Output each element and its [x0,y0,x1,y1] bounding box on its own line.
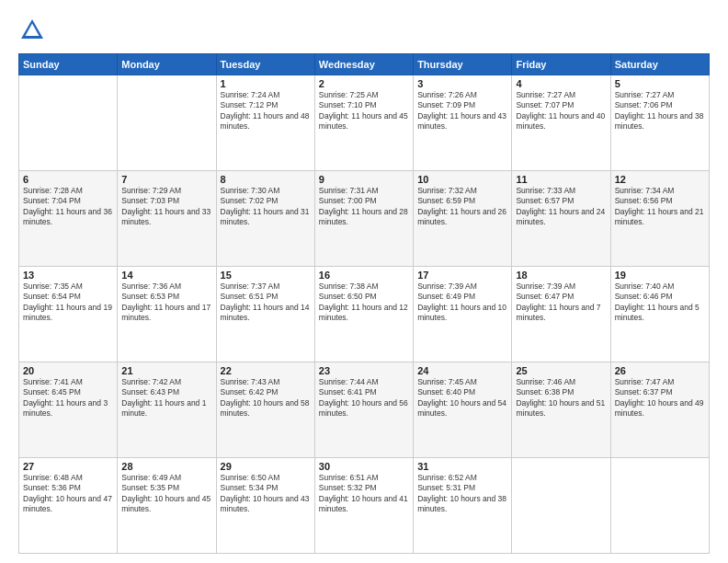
day-info: Sunrise: 7:32 AMSunset: 6:59 PMDaylight:… [417,186,507,228]
day-info: Sunrise: 7:29 AMSunset: 7:03 PMDaylight:… [121,186,211,228]
day-number: 5 [615,78,705,89]
calendar-cell: 16Sunrise: 7:38 AMSunset: 6:50 PMDayligh… [314,267,413,362]
week-row-1: 6Sunrise: 7:28 AMSunset: 7:04 PMDaylight… [19,171,710,267]
day-info: Sunrise: 7:30 AMSunset: 7:02 PMDaylight:… [221,186,311,228]
week-row-2: 13Sunrise: 7:35 AMSunset: 6:54 PMDayligh… [19,267,710,362]
week-row-4: 27Sunrise: 6:48 AMSunset: 5:36 PMDayligh… [19,458,710,554]
day-info: Sunrise: 7:40 AMSunset: 6:46 PMDaylight:… [615,282,705,324]
day-number: 6 [23,174,113,185]
day-info: Sunrise: 6:50 AMSunset: 5:34 PMDaylight:… [221,473,311,515]
week-row-0: 1Sunrise: 7:24 AMSunset: 7:12 PMDaylight… [19,75,710,171]
day-info: Sunrise: 6:49 AMSunset: 5:35 PMDaylight:… [121,473,211,515]
day-number: 30 [319,461,409,472]
day-info: Sunrise: 7:35 AMSunset: 6:54 PMDaylight:… [23,282,113,324]
page: SundayMondayTuesdayWednesdayThursdayFrid… [0,0,728,563]
day-number: 4 [516,78,606,89]
day-number: 23 [319,365,409,376]
day-number: 17 [417,270,507,281]
weekday-header-sunday: Sunday [19,54,118,75]
calendar-cell: 30Sunrise: 6:51 AMSunset: 5:32 PMDayligh… [314,458,413,554]
day-number: 9 [319,174,409,185]
day-info: Sunrise: 6:52 AMSunset: 5:31 PMDaylight:… [417,473,507,515]
day-info: Sunrise: 7:43 AMSunset: 6:42 PMDaylight:… [221,377,311,419]
day-number: 2 [319,78,409,89]
calendar-cell: 27Sunrise: 6:48 AMSunset: 5:36 PMDayligh… [19,458,118,554]
day-info: Sunrise: 7:33 AMSunset: 6:57 PMDaylight:… [516,186,606,228]
day-number: 21 [121,365,211,376]
day-info: Sunrise: 7:38 AMSunset: 6:50 PMDaylight:… [319,282,409,324]
day-info: Sunrise: 7:44 AMSunset: 6:41 PMDaylight:… [319,377,409,419]
calendar-cell: 5Sunrise: 7:27 AMSunset: 7:06 PMDaylight… [610,75,709,171]
weekday-header-wednesday: Wednesday [314,54,413,75]
day-info: Sunrise: 7:27 AMSunset: 7:07 PMDaylight:… [516,90,606,132]
day-info: Sunrise: 7:47 AMSunset: 6:37 PMDaylight:… [615,377,705,419]
calendar-cell [19,75,118,171]
calendar-cell: 3Sunrise: 7:26 AMSunset: 7:09 PMDaylight… [414,75,512,171]
calendar-cell: 20Sunrise: 7:41 AMSunset: 6:45 PMDayligh… [19,362,118,458]
day-number: 8 [221,174,311,185]
calendar-cell: 19Sunrise: 7:40 AMSunset: 6:46 PMDayligh… [610,267,709,362]
weekday-header-saturday: Saturday [610,54,709,75]
day-info: Sunrise: 7:45 AMSunset: 6:40 PMDaylight:… [417,377,507,419]
calendar-cell: 14Sunrise: 7:36 AMSunset: 6:53 PMDayligh… [118,267,216,362]
calendar-cell [118,75,216,171]
day-info: Sunrise: 7:27 AMSunset: 7:06 PMDaylight:… [615,90,705,132]
weekday-header-monday: Monday [118,54,216,75]
calendar-cell: 7Sunrise: 7:29 AMSunset: 7:03 PMDaylight… [118,171,216,267]
day-number: 25 [516,365,606,376]
calendar-cell: 21Sunrise: 7:42 AMSunset: 6:43 PMDayligh… [118,362,216,458]
week-row-3: 20Sunrise: 7:41 AMSunset: 6:45 PMDayligh… [19,362,710,458]
day-info: Sunrise: 6:48 AMSunset: 5:36 PMDaylight:… [23,473,113,515]
calendar-cell: 6Sunrise: 7:28 AMSunset: 7:04 PMDaylight… [19,171,118,267]
day-info: Sunrise: 7:41 AMSunset: 6:45 PMDaylight:… [23,377,113,419]
day-number: 31 [417,461,507,472]
day-number: 14 [121,270,211,281]
day-number: 28 [121,461,211,472]
day-number: 22 [221,365,311,376]
day-number: 11 [516,174,606,185]
day-number: 19 [615,270,705,281]
calendar-cell: 17Sunrise: 7:39 AMSunset: 6:49 PMDayligh… [414,267,512,362]
logo-icon [18,17,46,44]
calendar-cell: 10Sunrise: 7:32 AMSunset: 6:59 PMDayligh… [414,171,512,267]
calendar-cell: 4Sunrise: 7:27 AMSunset: 7:07 PMDaylight… [512,75,610,171]
day-number: 27 [23,461,113,472]
calendar-cell: 18Sunrise: 7:39 AMSunset: 6:47 PMDayligh… [512,267,610,362]
day-number: 20 [23,365,113,376]
day-info: Sunrise: 7:39 AMSunset: 6:47 PMDaylight:… [516,282,606,324]
calendar-cell: 29Sunrise: 6:50 AMSunset: 5:34 PMDayligh… [216,458,314,554]
weekday-header-tuesday: Tuesday [216,54,314,75]
day-info: Sunrise: 7:24 AMSunset: 7:12 PMDaylight:… [221,90,311,132]
calendar-cell: 12Sunrise: 7:34 AMSunset: 6:56 PMDayligh… [610,171,709,267]
day-info: Sunrise: 7:34 AMSunset: 6:56 PMDaylight:… [615,186,705,228]
calendar-table: SundayMondayTuesdayWednesdayThursdayFrid… [18,53,710,554]
day-info: Sunrise: 7:28 AMSunset: 7:04 PMDaylight:… [23,186,113,228]
day-number: 1 [221,78,311,89]
calendar-cell: 31Sunrise: 6:52 AMSunset: 5:31 PMDayligh… [414,458,512,554]
calendar-cell: 22Sunrise: 7:43 AMSunset: 6:42 PMDayligh… [216,362,314,458]
weekday-header-row: SundayMondayTuesdayWednesdayThursdayFrid… [19,54,710,75]
logo [18,17,50,44]
day-info: Sunrise: 7:36 AMSunset: 6:53 PMDaylight:… [121,282,211,324]
day-info: Sunrise: 7:46 AMSunset: 6:38 PMDaylight:… [516,377,606,419]
day-info: Sunrise: 7:37 AMSunset: 6:51 PMDaylight:… [221,282,311,324]
calendar-cell: 13Sunrise: 7:35 AMSunset: 6:54 PMDayligh… [19,267,118,362]
day-info: Sunrise: 7:42 AMSunset: 6:43 PMDaylight:… [121,377,211,419]
weekday-header-friday: Friday [512,54,610,75]
day-number: 18 [516,270,606,281]
day-info: Sunrise: 7:31 AMSunset: 7:00 PMDaylight:… [319,186,409,228]
day-number: 24 [417,365,507,376]
day-info: Sunrise: 7:39 AMSunset: 6:49 PMDaylight:… [417,282,507,324]
day-number: 29 [221,461,311,472]
calendar-cell: 23Sunrise: 7:44 AMSunset: 6:41 PMDayligh… [314,362,413,458]
day-info: Sunrise: 6:51 AMSunset: 5:32 PMDaylight:… [319,473,409,515]
calendar-cell: 25Sunrise: 7:46 AMSunset: 6:38 PMDayligh… [512,362,610,458]
calendar-cell: 8Sunrise: 7:30 AMSunset: 7:02 PMDaylight… [216,171,314,267]
calendar-cell: 1Sunrise: 7:24 AMSunset: 7:12 PMDaylight… [216,75,314,171]
calendar-cell: 24Sunrise: 7:45 AMSunset: 6:40 PMDayligh… [414,362,512,458]
day-number: 10 [417,174,507,185]
calendar-cell: 15Sunrise: 7:37 AMSunset: 6:51 PMDayligh… [216,267,314,362]
calendar-cell: 11Sunrise: 7:33 AMSunset: 6:57 PMDayligh… [512,171,610,267]
calendar-cell: 28Sunrise: 6:49 AMSunset: 5:35 PMDayligh… [118,458,216,554]
day-number: 7 [121,174,211,185]
